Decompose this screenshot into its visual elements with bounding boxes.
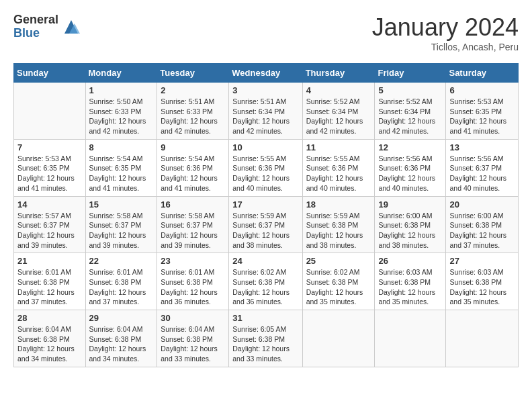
- logo: General Blue: [13, 13, 81, 40]
- day-info: Sunrise: 5:58 AMSunset: 6:37 PMDaylight:…: [161, 211, 225, 250]
- header-tuesday: Tuesday: [157, 64, 229, 83]
- day-number: 26: [378, 256, 442, 266]
- day-info: Sunrise: 5:58 AMSunset: 6:37 PMDaylight:…: [89, 211, 154, 250]
- day-number: 16: [161, 199, 225, 210]
- day-info: Sunrise: 6:05 AMSunset: 6:38 PMDaylight:…: [232, 324, 298, 364]
- header-wednesday: Wednesday: [229, 64, 302, 83]
- day-number: 20: [449, 199, 515, 210]
- day-number: 17: [232, 199, 298, 210]
- day-number: 18: [306, 199, 371, 210]
- calendar-cell: [446, 310, 519, 367]
- day-number: 23: [161, 256, 225, 266]
- day-info: Sunrise: 6:04 AMSunset: 6:38 PMDaylight:…: [161, 324, 225, 364]
- calendar-cell: 22Sunrise: 6:01 AMSunset: 6:38 PMDayligh…: [85, 253, 157, 310]
- calendar-cell: 6Sunrise: 5:53 AMSunset: 6:35 PMDaylight…: [446, 83, 519, 140]
- day-info: Sunrise: 6:03 AMSunset: 6:38 PMDaylight:…: [449, 267, 515, 307]
- calendar-cell: 4Sunrise: 5:52 AMSunset: 6:34 PMDaylight…: [302, 83, 375, 140]
- day-number: 27: [449, 256, 515, 266]
- day-number: 6: [449, 85, 515, 95]
- calendar-week-row: 28Sunrise: 6:04 AMSunset: 6:38 PMDayligh…: [14, 310, 519, 367]
- calendar-cell: 12Sunrise: 5:56 AMSunset: 6:36 PMDayligh…: [375, 139, 446, 196]
- calendar-cell: 9Sunrise: 5:54 AMSunset: 6:36 PMDaylight…: [157, 139, 229, 196]
- day-info: Sunrise: 5:57 AMSunset: 6:37 PMDaylight:…: [17, 211, 82, 250]
- calendar-cell: [375, 310, 446, 367]
- calendar-week-row: 14Sunrise: 5:57 AMSunset: 6:37 PMDayligh…: [14, 196, 519, 253]
- logo-blue: Blue: [13, 27, 58, 40]
- day-number: 14: [17, 199, 82, 210]
- calendar-cell: 16Sunrise: 5:58 AMSunset: 6:37 PMDayligh…: [157, 196, 229, 253]
- calendar-cell: 28Sunrise: 6:04 AMSunset: 6:38 PMDayligh…: [14, 310, 86, 367]
- day-number: 3: [232, 85, 298, 95]
- header-saturday: Saturday: [446, 64, 519, 83]
- calendar-cell: 30Sunrise: 6:04 AMSunset: 6:38 PMDayligh…: [157, 310, 229, 367]
- logo-icon: [61, 17, 81, 37]
- day-info: Sunrise: 6:04 AMSunset: 6:38 PMDaylight:…: [89, 324, 154, 364]
- day-info: Sunrise: 6:03 AMSunset: 6:38 PMDaylight:…: [378, 267, 442, 307]
- day-info: Sunrise: 5:56 AMSunset: 6:36 PMDaylight:…: [378, 154, 442, 193]
- calendar-cell: 5Sunrise: 5:52 AMSunset: 6:34 PMDaylight…: [375, 83, 446, 140]
- day-info: Sunrise: 6:01 AMSunset: 6:38 PMDaylight:…: [89, 267, 154, 307]
- day-info: Sunrise: 5:50 AMSunset: 6:33 PMDaylight:…: [89, 97, 154, 136]
- header-sunday: Sunday: [14, 64, 86, 83]
- calendar-cell: 13Sunrise: 5:56 AMSunset: 6:37 PMDayligh…: [446, 139, 519, 196]
- day-info: Sunrise: 6:00 AMSunset: 6:38 PMDaylight:…: [378, 211, 442, 250]
- day-info: Sunrise: 5:53 AMSunset: 6:35 PMDaylight:…: [449, 97, 515, 136]
- calendar-cell: 17Sunrise: 5:59 AMSunset: 6:37 PMDayligh…: [229, 196, 302, 253]
- header-friday: Friday: [375, 64, 446, 83]
- header-monday: Monday: [85, 64, 157, 83]
- calendar-cell: 14Sunrise: 5:57 AMSunset: 6:37 PMDayligh…: [14, 196, 86, 253]
- calendar-week-row: 1Sunrise: 5:50 AMSunset: 6:33 PMDaylight…: [14, 83, 519, 140]
- calendar-cell: 7Sunrise: 5:53 AMSunset: 6:35 PMDaylight…: [14, 139, 86, 196]
- day-number: 28: [17, 313, 82, 323]
- calendar-cell: 8Sunrise: 5:54 AMSunset: 6:35 PMDaylight…: [85, 139, 157, 196]
- day-number: 24: [232, 256, 298, 266]
- day-info: Sunrise: 5:59 AMSunset: 6:38 PMDaylight:…: [306, 211, 371, 250]
- day-info: Sunrise: 5:51 AMSunset: 6:34 PMDaylight:…: [232, 97, 298, 136]
- calendar-cell: 15Sunrise: 5:58 AMSunset: 6:37 PMDayligh…: [85, 196, 157, 253]
- day-number: 29: [89, 313, 154, 323]
- calendar-cell: 31Sunrise: 6:05 AMSunset: 6:38 PMDayligh…: [229, 310, 302, 367]
- calendar-cell: 2Sunrise: 5:51 AMSunset: 6:33 PMDaylight…: [157, 83, 229, 140]
- day-number: 21: [17, 256, 82, 266]
- day-info: Sunrise: 5:53 AMSunset: 6:35 PMDaylight:…: [17, 154, 82, 193]
- calendar-cell: 26Sunrise: 6:03 AMSunset: 6:38 PMDayligh…: [375, 253, 446, 310]
- calendar-week-row: 21Sunrise: 6:01 AMSunset: 6:38 PMDayligh…: [14, 253, 519, 310]
- day-info: Sunrise: 6:01 AMSunset: 6:38 PMDaylight:…: [161, 267, 225, 307]
- day-info: Sunrise: 6:00 AMSunset: 6:38 PMDaylight:…: [449, 211, 515, 250]
- calendar-cell: 24Sunrise: 6:02 AMSunset: 6:38 PMDayligh…: [229, 253, 302, 310]
- day-number: 7: [17, 142, 82, 152]
- day-number: 19: [378, 199, 442, 210]
- calendar-table: SundayMondayTuesdayWednesdayThursdayFrid…: [13, 63, 519, 367]
- day-number: 15: [89, 199, 154, 210]
- title-block: January 2024 Ticllos, Ancash, Peru: [372, 13, 519, 52]
- logo-text: General Blue: [13, 13, 58, 40]
- day-info: Sunrise: 5:59 AMSunset: 6:37 PMDaylight:…: [232, 211, 298, 250]
- day-info: Sunrise: 5:55 AMSunset: 6:36 PMDaylight:…: [306, 154, 371, 193]
- calendar-cell: 10Sunrise: 5:55 AMSunset: 6:36 PMDayligh…: [229, 139, 302, 196]
- day-number: 8: [89, 142, 154, 152]
- subtitle: Ticllos, Ancash, Peru: [372, 42, 519, 52]
- calendar-cell: 21Sunrise: 6:01 AMSunset: 6:38 PMDayligh…: [14, 253, 86, 310]
- logo-general: General: [13, 13, 58, 27]
- day-number: 12: [378, 142, 442, 152]
- day-number: 22: [89, 256, 154, 266]
- month-title: January 2024: [372, 13, 519, 42]
- day-info: Sunrise: 5:56 AMSunset: 6:37 PMDaylight:…: [449, 154, 515, 193]
- day-info: Sunrise: 6:04 AMSunset: 6:38 PMDaylight:…: [17, 324, 82, 364]
- day-number: 5: [378, 85, 442, 95]
- day-number: 31: [232, 313, 298, 323]
- calendar-cell: 20Sunrise: 6:00 AMSunset: 6:38 PMDayligh…: [446, 196, 519, 253]
- day-info: Sunrise: 6:02 AMSunset: 6:38 PMDaylight:…: [306, 267, 371, 307]
- calendar-cell: 23Sunrise: 6:01 AMSunset: 6:38 PMDayligh…: [157, 253, 229, 310]
- day-number: 11: [306, 142, 371, 152]
- calendar-header-row: SundayMondayTuesdayWednesdayThursdayFrid…: [14, 64, 519, 83]
- calendar-cell: 11Sunrise: 5:55 AMSunset: 6:36 PMDayligh…: [302, 139, 375, 196]
- calendar-week-row: 7Sunrise: 5:53 AMSunset: 6:35 PMDaylight…: [14, 139, 519, 196]
- day-info: Sunrise: 5:52 AMSunset: 6:34 PMDaylight:…: [306, 97, 371, 136]
- page-header: General Blue January 2024 Ticllos, Ancas…: [13, 13, 519, 52]
- day-number: 30: [161, 313, 225, 323]
- day-info: Sunrise: 5:54 AMSunset: 6:36 PMDaylight:…: [161, 154, 225, 193]
- calendar-cell: [302, 310, 375, 367]
- day-number: 9: [161, 142, 225, 152]
- day-info: Sunrise: 5:55 AMSunset: 6:36 PMDaylight:…: [232, 154, 298, 193]
